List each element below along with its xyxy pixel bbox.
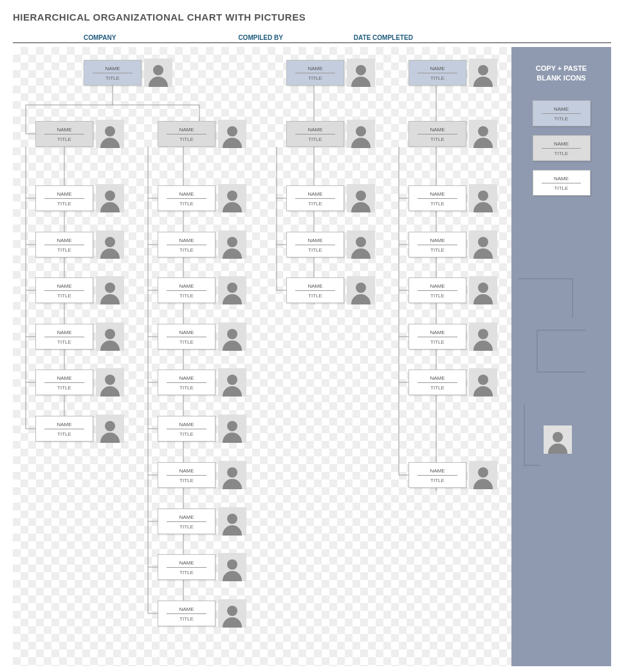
hdr-compiled: COMPILED BY <box>238 34 282 42</box>
avatar-icon[interactable] <box>96 120 124 148</box>
avatar-icon[interactable] <box>469 322 497 351</box>
org-card[interactable]: NAMETITLE <box>286 185 344 211</box>
org-card[interactable]: NAMETITLE <box>35 369 93 395</box>
card-title: TITLE <box>57 245 71 254</box>
card-name: NAME <box>418 124 457 135</box>
org-card[interactable]: NAMETITLE <box>408 121 466 147</box>
org-card[interactable]: NAMETITLE <box>408 185 466 211</box>
avatar-icon[interactable] <box>96 230 124 259</box>
avatar-icon[interactable] <box>218 276 246 304</box>
card-title: TITLE <box>57 291 71 300</box>
org-card[interactable]: NAMETITLE <box>408 324 466 350</box>
org-card[interactable]: NAMETITLE <box>408 369 466 395</box>
card-title: TITLE <box>179 337 194 346</box>
avatar-icon[interactable] <box>218 599 246 628</box>
org-card[interactable]: NAMETITLE <box>35 185 93 211</box>
org-card[interactable]: NAMETITLE <box>286 60 344 86</box>
tpl-title: TITLE <box>555 114 569 123</box>
card-name: NAME <box>295 63 335 73</box>
org-card[interactable]: NAMETITLE <box>84 60 142 86</box>
avatar-icon[interactable] <box>347 59 375 87</box>
avatar-icon[interactable] <box>218 184 246 212</box>
avatar-icon[interactable] <box>218 461 246 489</box>
card-name: NAME <box>418 281 457 291</box>
avatar-icon[interactable] <box>96 368 124 397</box>
avatar-icon[interactable] <box>96 415 124 443</box>
avatar-icon[interactable] <box>347 276 375 304</box>
card-title: TITLE <box>430 476 445 485</box>
avatar-icon[interactable] <box>96 184 124 212</box>
card-name: NAME <box>167 512 206 522</box>
avatar-icon[interactable] <box>218 553 246 581</box>
avatar-icon[interactable] <box>347 230 375 259</box>
avatar-icon[interactable] <box>469 184 497 212</box>
org-card[interactable]: NAMETITLE <box>158 277 216 303</box>
card-name: NAME <box>167 419 206 429</box>
card-name: NAME <box>167 124 206 135</box>
card-title: TITLE <box>179 135 194 144</box>
org-card[interactable]: NAMETITLE <box>158 462 216 488</box>
avatar-icon[interactable] <box>469 230 497 259</box>
card-title: TITLE <box>179 568 194 577</box>
card-title: TITLE <box>430 383 445 392</box>
org-card[interactable]: NAMETITLE <box>35 232 93 257</box>
card-title: TITLE <box>57 135 71 144</box>
card-title: TITLE <box>57 337 71 346</box>
card-name: NAME <box>167 281 206 291</box>
org-card[interactable]: NAMETITLE <box>35 277 93 303</box>
avatar-icon[interactable] <box>469 59 497 87</box>
avatar-icon[interactable] <box>469 276 497 304</box>
org-card[interactable]: NAMETITLE <box>408 60 466 86</box>
org-card[interactable]: NAMETITLE <box>158 232 216 257</box>
header-row: COMPANY COMPILED BY DATE COMPLETED <box>13 34 611 43</box>
avatar-icon[interactable] <box>218 368 246 397</box>
org-card[interactable]: NAMETITLE <box>408 277 466 303</box>
org-card[interactable]: NAMETITLE <box>158 185 216 211</box>
tpl-card-white[interactable]: NAME TITLE <box>533 170 591 196</box>
avatar-icon[interactable] <box>218 230 246 259</box>
org-card[interactable]: NAMETITLE <box>35 416 93 442</box>
tpl-card-gray[interactable]: NAME TITLE <box>533 135 591 161</box>
card-name: NAME <box>44 235 84 245</box>
avatar-icon[interactable] <box>469 461 497 489</box>
avatar-icon[interactable] <box>96 276 124 304</box>
avatar-icon[interactable] <box>347 184 375 212</box>
org-card[interactable]: NAMETITLE <box>158 121 216 147</box>
org-card[interactable]: NAMETITLE <box>158 369 216 395</box>
org-card[interactable]: NAMETITLE <box>35 121 93 147</box>
card-name: NAME <box>295 235 335 245</box>
avatar-icon[interactable] <box>347 120 375 148</box>
org-card[interactable]: NAMETITLE <box>408 462 466 488</box>
org-card[interactable]: NAMETITLE <box>35 324 93 350</box>
chart-area: NAMETITLENAMETITLENAMETITLENAMETITLENAME… <box>13 47 511 666</box>
org-card[interactable]: NAMETITLE <box>408 232 466 257</box>
tpl-name: NAME <box>542 173 582 183</box>
avatar-icon[interactable] <box>144 59 172 87</box>
card-name: NAME <box>93 63 133 73</box>
card-title: TITLE <box>430 291 445 300</box>
org-card[interactable]: NAMETITLE <box>286 232 344 257</box>
card-name: NAME <box>44 327 84 337</box>
avatar-icon[interactable] <box>218 507 246 536</box>
avatar-icon[interactable] <box>218 120 246 148</box>
org-card[interactable]: NAMETITLE <box>158 554 216 580</box>
org-card[interactable]: NAMETITLE <box>158 416 216 442</box>
org-card[interactable]: NAMETITLE <box>158 601 216 626</box>
card-name: NAME <box>167 327 206 337</box>
tpl-name: NAME <box>542 104 582 114</box>
tpl-card-blue[interactable]: NAME TITLE <box>533 100 591 126</box>
card-title: TITLE <box>179 383 194 392</box>
org-card[interactable]: NAMETITLE <box>158 509 216 534</box>
org-card[interactable]: NAMETITLE <box>286 277 344 303</box>
card-name: NAME <box>418 373 457 383</box>
card-name: NAME <box>167 465 206 476</box>
org-card[interactable]: NAMETITLE <box>158 324 216 350</box>
card-title: TITLE <box>179 429 194 438</box>
tpl-avatar-icon[interactable] <box>544 425 572 454</box>
org-card[interactable]: NAMETITLE <box>286 121 344 147</box>
avatar-icon[interactable] <box>96 322 124 351</box>
avatar-icon[interactable] <box>469 120 497 148</box>
avatar-icon[interactable] <box>218 415 246 443</box>
avatar-icon[interactable] <box>469 368 497 397</box>
avatar-icon[interactable] <box>218 322 246 351</box>
